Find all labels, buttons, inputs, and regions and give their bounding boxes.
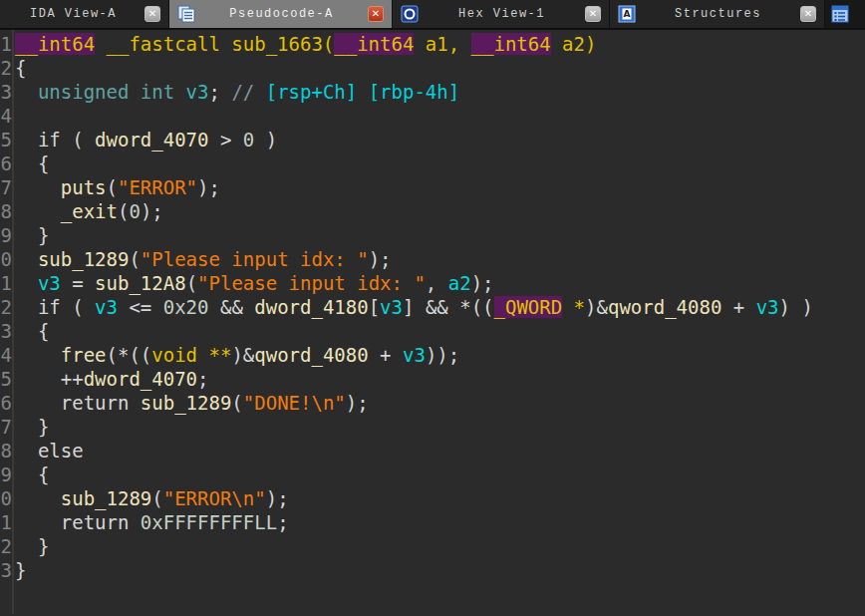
line-number: 7 xyxy=(0,175,12,199)
code-line[interactable]: ++dword_4070; xyxy=(15,367,865,391)
line-number: 23 xyxy=(0,558,12,582)
code-line[interactable]: else xyxy=(15,439,865,462)
close-icon[interactable]: ✕ xyxy=(800,6,816,22)
code-line[interactable]: if ( v3 <= 0x20 && dword_4180[v3] && *((… xyxy=(15,295,865,319)
code-line[interactable]: } xyxy=(15,223,865,247)
code-line[interactable]: if ( dword_4070 > 0 ) xyxy=(15,128,865,152)
line-number: 22 xyxy=(0,534,12,558)
code-line[interactable]: v3 = sub_12A8("Please input idx: ", a2); xyxy=(15,271,865,295)
line-number: 1 xyxy=(0,32,12,56)
line-number: 4 xyxy=(0,104,12,128)
line-number: 5 xyxy=(0,128,12,152)
tab-ida-view-a[interactable]: IDA View-A ✕ xyxy=(0,0,169,28)
tab-pseudocode-a[interactable]: Pseudocode-A ✕ xyxy=(169,0,393,28)
line-number: 16 xyxy=(0,391,12,415)
code-line[interactable]: { xyxy=(15,152,865,175)
code-line[interactable]: free(*((void **)&qword_4080 + v3)); xyxy=(15,343,865,367)
code-lines: __int64 __fastcall sub_1663(__int64 a1, … xyxy=(14,30,865,614)
code-line[interactable]: { xyxy=(15,319,865,343)
code-line[interactable]: } xyxy=(15,534,865,558)
close-icon[interactable]: ✕ xyxy=(585,6,601,22)
code-line[interactable]: _exit(0); xyxy=(15,199,865,223)
code-line[interactable]: { xyxy=(15,56,865,80)
line-number: 19 xyxy=(0,462,12,486)
line-number: 17 xyxy=(0,415,12,439)
gutter: 1234567891011121314151617181920212223 xyxy=(0,30,14,614)
tab-label: IDA View-A xyxy=(8,7,139,21)
code-line[interactable]: unsigned int v3; // [rsp+Ch] [rbp-4h] xyxy=(15,80,865,104)
code-line[interactable]: __int64 __fastcall sub_1663(__int64 a1, … xyxy=(15,32,865,56)
line-number: 18 xyxy=(0,439,12,462)
svg-text:A: A xyxy=(624,9,631,19)
hex-view-icon xyxy=(401,5,419,23)
tab-structures[interactable]: A Structures ✕ xyxy=(610,0,825,28)
line-number: 20 xyxy=(0,486,12,510)
tab-hex-view-1[interactable]: Hex View-1 ✕ xyxy=(393,0,610,28)
line-number: 3 xyxy=(0,80,12,104)
enums-icon xyxy=(831,5,849,23)
code-line[interactable]: return sub_1289("DONE!\n"); xyxy=(15,391,865,415)
code-line[interactable]: } xyxy=(15,415,865,439)
pseudocode-view[interactable]: 1234567891011121314151617181920212223 __… xyxy=(0,30,865,614)
pseudocode-icon xyxy=(177,5,195,23)
code-line[interactable]: } xyxy=(15,558,865,582)
code-line[interactable]: sub_1289("Please input idx: "); xyxy=(15,247,865,271)
code-line[interactable] xyxy=(15,104,865,128)
line-number: 6 xyxy=(0,152,12,175)
line-number: 13 xyxy=(0,319,12,343)
code-line[interactable]: return 0xFFFFFFFFLL; xyxy=(15,510,865,534)
close-icon[interactable]: ✕ xyxy=(144,6,160,22)
tab-label: Structures xyxy=(642,7,794,21)
structures-icon: A xyxy=(618,5,636,23)
line-number: 11 xyxy=(0,271,12,295)
line-number: 21 xyxy=(0,510,12,534)
line-number: 10 xyxy=(0,247,12,271)
code-line[interactable]: { xyxy=(15,462,865,486)
line-number: 15 xyxy=(0,367,12,391)
line-number: 8 xyxy=(0,199,12,223)
line-number: 2 xyxy=(0,56,12,80)
tab-label: Hex View-1 xyxy=(425,7,579,21)
line-number: 14 xyxy=(0,343,12,367)
tab-label: Pseudocode-A xyxy=(201,7,362,21)
code-line[interactable]: sub_1289("ERROR\n"); xyxy=(15,486,865,510)
code-line[interactable]: puts("ERROR"); xyxy=(15,175,865,199)
tab-bar-spacer xyxy=(825,0,865,28)
tab-bar: IDA View-A ✕ Pseudocode-A ✕ Hex View-1 ✕… xyxy=(0,0,865,30)
line-number: 9 xyxy=(0,223,12,247)
close-icon[interactable]: ✕ xyxy=(368,6,384,22)
line-number: 12 xyxy=(0,295,12,319)
